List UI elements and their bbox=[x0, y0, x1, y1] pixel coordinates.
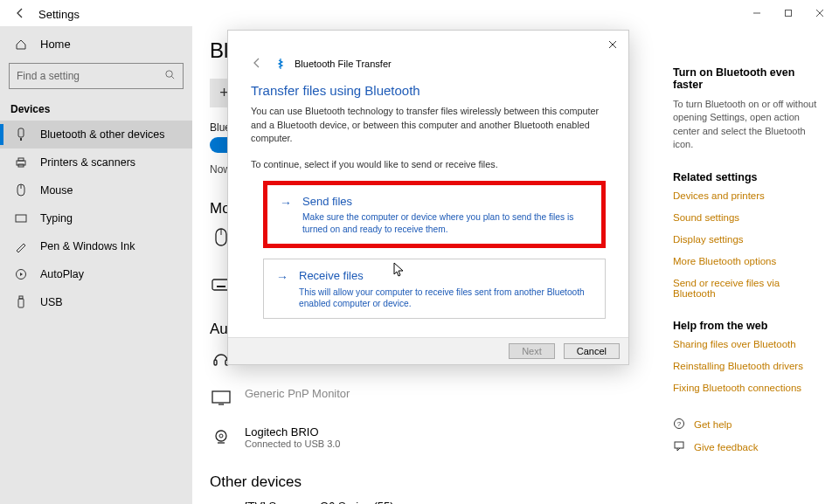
webcam-device-icon bbox=[210, 425, 232, 448]
mouse-icon bbox=[14, 183, 28, 197]
home-icon bbox=[14, 38, 28, 51]
svg-rect-13 bbox=[16, 215, 26, 222]
svg-rect-30 bbox=[212, 391, 230, 403]
window-maximize-button[interactable] bbox=[774, 1, 802, 25]
dialog-back-button[interactable] bbox=[251, 57, 263, 71]
sidebar-item-printers[interactable]: Printers & scanners bbox=[0, 148, 192, 176]
dialog-window-title: Bluetooth File Transfer bbox=[295, 59, 392, 69]
autoplay-icon bbox=[14, 268, 28, 280]
sidebar-item-label: Typing bbox=[40, 212, 73, 224]
dialog-close-button[interactable] bbox=[602, 36, 623, 53]
tip-text: To turn Bluetooth on or off without open… bbox=[673, 98, 823, 152]
svg-rect-19 bbox=[19, 296, 23, 299]
right-column: Turn on Bluetooth even faster To turn Bl… bbox=[673, 26, 839, 504]
window-minimize-button[interactable] bbox=[743, 1, 771, 25]
dialog-next-button[interactable]: Next bbox=[509, 343, 555, 359]
device-name: Logitech BRIO bbox=[245, 425, 340, 438]
dialog-cancel-button[interactable]: Cancel bbox=[564, 343, 620, 359]
device-name: [TV] Samsung Q6 Series (55) bbox=[245, 500, 394, 504]
get-help-label: Get help bbox=[694, 419, 732, 430]
sidebar-home[interactable]: Home bbox=[0, 29, 192, 59]
search-input-wrap[interactable] bbox=[9, 63, 184, 89]
sidebar-item-bluetooth[interactable]: Bluetooth & other devices bbox=[0, 121, 192, 148]
related-link[interactable]: Display settings bbox=[673, 234, 823, 245]
back-button[interactable] bbox=[14, 7, 26, 22]
dialog-title: Transfer files using Bluetooth bbox=[228, 74, 628, 105]
related-link[interactable]: Sound settings bbox=[673, 212, 823, 223]
usb-icon bbox=[14, 295, 28, 309]
tv-device-icon bbox=[210, 500, 232, 504]
monitor-device-icon bbox=[210, 387, 232, 410]
help-link[interactable]: Fixing Bluetooth connections bbox=[673, 383, 823, 393]
dialog-desc-2: To continue, select if you would like to… bbox=[251, 158, 606, 172]
related-link[interactable]: Devices and printers bbox=[673, 190, 823, 201]
search-icon bbox=[164, 69, 176, 83]
receive-files-title: Receive files bbox=[299, 268, 589, 285]
search-input[interactable] bbox=[17, 70, 159, 82]
svg-point-32 bbox=[216, 431, 226, 441]
svg-line-5 bbox=[171, 76, 174, 79]
sidebar-item-mouse[interactable]: Mouse bbox=[0, 176, 192, 204]
help-title: Help from the web bbox=[673, 320, 823, 332]
svg-rect-39 bbox=[675, 442, 683, 448]
send-files-title: Send files bbox=[302, 194, 586, 211]
sidebar-nav: Bluetooth & other devices Printers & sca… bbox=[0, 121, 192, 316]
svg-rect-6 bbox=[18, 128, 24, 137]
svg-rect-1 bbox=[786, 10, 792, 17]
related-title: Related settings bbox=[673, 171, 823, 183]
home-label: Home bbox=[40, 38, 71, 51]
tip-title: Turn on Bluetooth even faster bbox=[673, 66, 823, 91]
sidebar-item-label: AutoPlay bbox=[40, 268, 84, 280]
svg-point-4 bbox=[166, 71, 172, 77]
get-help-link[interactable]: ? Get help bbox=[673, 418, 823, 432]
svg-text:?: ? bbox=[677, 420, 682, 428]
svg-point-33 bbox=[219, 434, 223, 438]
feedback-label: Give feedback bbox=[694, 442, 759, 452]
svg-rect-7 bbox=[20, 138, 22, 141]
sidebar-item-pen[interactable]: Pen & Windows Ink bbox=[0, 232, 192, 260]
sidebar-section-label: Devices bbox=[0, 98, 192, 121]
help-link[interactable]: Reinstalling Bluetooth drivers bbox=[673, 361, 823, 371]
svg-rect-9 bbox=[18, 158, 24, 161]
section-other: Other devices bbox=[210, 473, 648, 491]
feedback-link[interactable]: Give feedback bbox=[673, 440, 823, 454]
sidebar-item-label: Bluetooth & other devices bbox=[40, 128, 164, 141]
receive-files-option[interactable]: Receive files This will allow your compu… bbox=[263, 259, 606, 319]
printer-icon bbox=[14, 156, 28, 169]
dialog-desc-1: You can use Bluetooth technology to tran… bbox=[251, 105, 606, 146]
receive-files-desc: This will allow your computer to receive… bbox=[299, 287, 589, 310]
device-sub: Connected to USB 3.0 bbox=[245, 438, 340, 449]
sidebar-item-label: Pen & Windows Ink bbox=[40, 240, 135, 252]
sidebar-item-label: Printers & scanners bbox=[40, 156, 135, 169]
send-files-option[interactable]: Send files Make sure the computer or dev… bbox=[263, 181, 606, 248]
device-name: Generic PnP Monitor bbox=[245, 387, 350, 400]
sidebar-item-usb[interactable]: USB bbox=[0, 288, 192, 316]
help-icon: ? bbox=[673, 418, 685, 432]
sidebar-item-label: Mouse bbox=[40, 184, 73, 197]
pen-icon bbox=[14, 240, 28, 252]
sidebar-item-label: USB bbox=[40, 296, 63, 308]
feedback-icon bbox=[673, 440, 685, 454]
help-link[interactable]: Sharing files over Bluetooth bbox=[673, 339, 823, 349]
settings-sidebar: Settings Home Devices Bluetooth & oth bbox=[0, 26, 192, 504]
sidebar-item-autoplay[interactable]: AutoPlay bbox=[0, 260, 192, 288]
send-files-desc: Make sure the computer or device where y… bbox=[302, 211, 586, 235]
svg-rect-18 bbox=[18, 299, 24, 307]
window-close-button[interactable] bbox=[806, 1, 834, 25]
bluetooth-glyph-icon bbox=[275, 59, 286, 69]
typing-icon bbox=[14, 214, 28, 223]
bluetooth-file-transfer-dialog: Bluetooth File Transfer Transfer files u… bbox=[227, 30, 629, 365]
app-title: Settings bbox=[38, 8, 80, 21]
related-link[interactable]: Send or receive files via Bluetooth bbox=[673, 278, 823, 299]
related-link[interactable]: More Bluetooth options bbox=[673, 256, 823, 266]
sidebar-item-typing[interactable]: Typing bbox=[0, 204, 192, 232]
bluetooth-icon bbox=[14, 128, 28, 142]
